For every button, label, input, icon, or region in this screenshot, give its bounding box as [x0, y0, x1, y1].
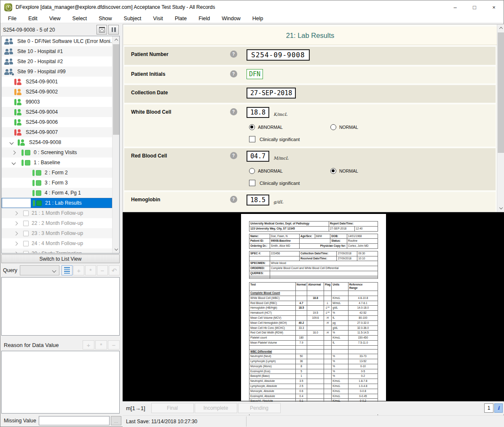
help-icon[interactable]: ? [230, 108, 237, 115]
radio-option[interactable]: ABNORMAL [249, 124, 330, 130]
tree-item[interactable]: Site 99 - Hospital #99 [2, 67, 112, 77]
pause-button[interactable] [108, 25, 119, 35]
query-delete-button[interactable]: − [97, 265, 108, 275]
missing-value-browse-button[interactable]: ... [111, 416, 121, 425]
field-value-input[interactable]: S254-09-9008 [247, 49, 310, 61]
chevron-expanded-icon[interactable] [12, 160, 16, 165]
reason-add-button[interactable]: + [83, 340, 94, 350]
menu-select[interactable]: Select [67, 16, 93, 21]
radio-option[interactable]: NORMAL [330, 168, 358, 174]
scroll-down-icon[interactable] [497, 205, 504, 212]
pending-button[interactable]: Pending [238, 403, 281, 413]
maximize-button[interactable]: □ [465, 0, 484, 14]
help-icon[interactable]: ? [230, 152, 237, 159]
tree-item[interactable]: S254-09-9006 [2, 117, 112, 127]
query-list-button[interactable] [62, 265, 72, 275]
menu-subject[interactable]: Subject [118, 16, 147, 21]
chevron-collapsed-icon[interactable] [14, 241, 18, 246]
field-value-input[interactable]: 18.8 [247, 107, 269, 118]
tree-item[interactable]: S254-09-9002 [2, 87, 112, 97]
chevron-collapsed-icon[interactable] [14, 221, 18, 225]
tree-item[interactable]: 21 : 1 Month Follow-up [2, 208, 112, 218]
scroll-down-icon[interactable] [113, 246, 120, 253]
field-value-input[interactable]: DFN [247, 69, 263, 79]
radio-option[interactable]: NORMAL [330, 124, 358, 130]
tree-item[interactable]: S254-09-9007 [2, 127, 112, 137]
menu-help[interactable]: Help [247, 16, 269, 21]
form-scroll-thumb[interactable] [498, 32, 504, 153]
final-button[interactable]: Final [151, 403, 194, 413]
chevron-collapsed-icon[interactable] [14, 251, 18, 253]
tree-item[interactable]: 4 : Form 4, Pg 1 [2, 188, 112, 198]
tree-item[interactable]: 2 : Form 2 [2, 168, 112, 178]
radio-option[interactable]: ABNORMAL [249, 168, 330, 174]
tree-item[interactable]: 22 : 2 Month Follow-up [2, 218, 112, 228]
tree-item[interactable]: S254-09-9008 [2, 137, 112, 147]
query-add-button[interactable]: + [73, 265, 84, 275]
reason-edit-button[interactable]: * [95, 340, 107, 350]
menu-window[interactable]: Window [216, 16, 246, 21]
tree-item[interactable]: 0 : Screening Visits [2, 147, 112, 157]
query-textarea[interactable] [1, 277, 120, 336]
minimize-button[interactable]: – [445, 0, 465, 14]
menu-edit[interactable]: Edit [22, 16, 43, 21]
query-undo-button[interactable]: ↶ [109, 265, 120, 275]
page-number-button[interactable]: 1 [484, 403, 493, 413]
help-icon[interactable]: ? [230, 196, 237, 203]
chevron-collapsed-icon[interactable] [12, 150, 16, 155]
tree-scrollbar[interactable] [112, 36, 119, 253]
tree-item[interactable]: 24 : 4 Month Follow-up [2, 238, 112, 248]
tree-item[interactable]: Site 0 - DF/Net Software ULC (Error Moni… [2, 36, 112, 46]
menu-plate[interactable]: Plate [169, 16, 193, 21]
tree-item[interactable]: 23 : 3 Month Follow-up [2, 228, 112, 238]
menu-show[interactable]: Show [93, 16, 118, 21]
scroll-up-icon[interactable] [497, 24, 504, 32]
visit-calendar-button[interactable] [97, 25, 107, 35]
tree-scroll-thumb[interactable] [113, 44, 119, 135]
clinically-significant-checkbox[interactable] [249, 180, 255, 186]
tree-item[interactable]: 21 : Lab Results [2, 198, 112, 208]
scroll-up-icon[interactable] [113, 36, 120, 43]
help-icon[interactable]: ? [230, 70, 237, 77]
value-line: 18.8K/mcL [247, 107, 496, 118]
incomplete-button[interactable]: Incomplete [195, 403, 237, 413]
tree-item[interactable]: Site 20 - Hospital #2 [2, 56, 112, 67]
scanned-lab-report[interactable]: University Medical Center, Dept. of Path… [241, 214, 386, 401]
info-button[interactable]: i [494, 403, 503, 413]
tree-item[interactable]: S254-09-9004 [2, 107, 112, 117]
flag-value: H [324, 320, 331, 326]
radio-abnormal-icon[interactable] [249, 124, 255, 130]
chevron-expanded-icon[interactable] [10, 140, 14, 144]
chevron-collapsed-icon[interactable] [14, 211, 18, 215]
radio-normal-icon[interactable] [330, 168, 336, 174]
menu-visit[interactable]: Visit [147, 16, 169, 21]
tree-item[interactable]: Site 10 - Hospital #1 [2, 46, 112, 56]
radio-normal-icon[interactable] [330, 124, 336, 130]
menu-file[interactable]: File [2, 16, 22, 21]
reason-delete-button[interactable]: − [108, 340, 120, 350]
field-value-input[interactable]: 18.5 [247, 195, 269, 205]
field-value-input[interactable]: 27-SEP-2018 [247, 88, 296, 99]
menu-field[interactable]: Field [193, 16, 216, 21]
chevron-collapsed-icon[interactable] [14, 231, 18, 235]
form-scrollbar[interactable] [497, 24, 504, 212]
close-button[interactable]: × [484, 0, 504, 14]
tree-item[interactable]: S254-09-9001 [2, 77, 112, 87]
switch-to-list-view-button[interactable]: Switch to List View [1, 254, 120, 263]
clinically-significant-checkbox[interactable] [249, 136, 255, 142]
missing-value-input[interactable] [39, 416, 110, 425]
field-value-input[interactable]: 04.7 [247, 151, 269, 162]
tree-item[interactable]: 3 : Form 3 [2, 178, 112, 188]
radio-abnormal-icon[interactable] [249, 168, 255, 174]
help-icon[interactable]: ? [230, 51, 237, 58]
report-date: 27-SEP-2018 [329, 226, 355, 231]
reason-textarea[interactable] [1, 351, 120, 414]
tree-item[interactable]: 30 : Study Termination [2, 248, 112, 253]
tree-item[interactable]: 1 : Baseline [2, 157, 112, 168]
menu-view[interactable]: View [43, 16, 67, 21]
tree-item[interactable]: 99003 [2, 97, 112, 107]
query-edit-button[interactable]: * [85, 265, 96, 275]
tree-item-label: S254-09-9008 [29, 139, 61, 145]
result-row: Eosinophil (Eos)5%0-5 [249, 369, 378, 374]
query-dropdown[interactable] [20, 265, 59, 275]
